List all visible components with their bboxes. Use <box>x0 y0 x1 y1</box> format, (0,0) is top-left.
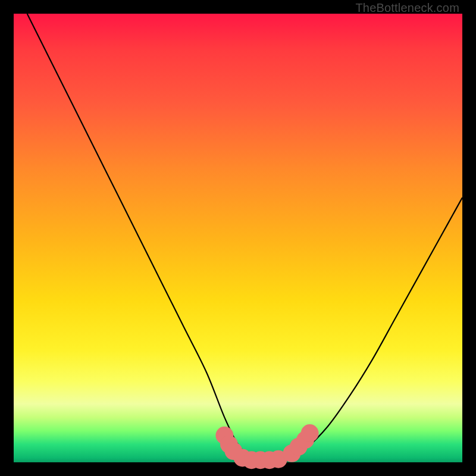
valley-right-4 <box>301 424 319 442</box>
plot-area <box>14 14 462 462</box>
valley-markers <box>215 424 318 469</box>
curve-layer <box>14 14 462 462</box>
watermark-text: TheBottleneck.com <box>355 1 459 15</box>
chart-frame: TheBottleneck.com <box>0 0 476 476</box>
bottleneck-curve <box>27 14 462 464</box>
